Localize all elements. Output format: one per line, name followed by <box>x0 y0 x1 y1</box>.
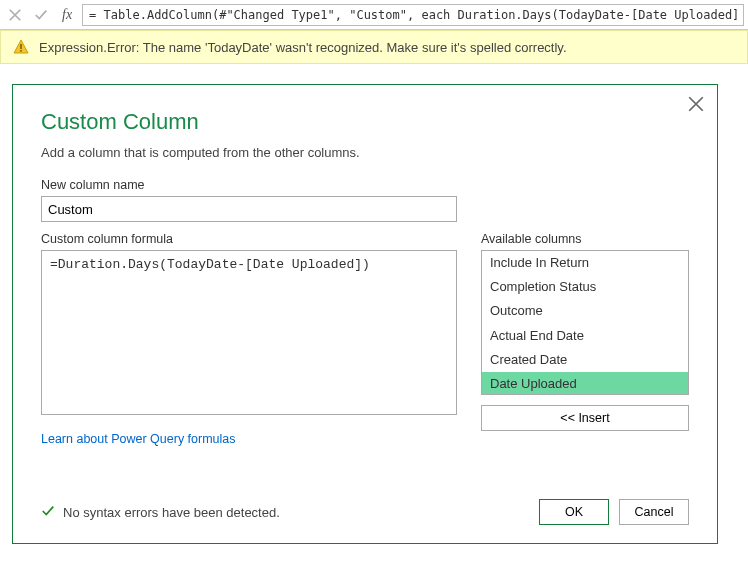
fx-label: fx <box>56 7 78 23</box>
list-item[interactable]: Outcome <box>482 299 688 323</box>
svg-rect-0 <box>20 44 22 49</box>
available-columns-list[interactable]: Include In ReturnCompletion StatusOutcom… <box>481 250 689 395</box>
learn-more-link[interactable]: Learn about Power Query formulas <box>41 432 236 446</box>
formula-input[interactable] <box>41 250 457 415</box>
list-item[interactable]: Date Uploaded <box>482 372 688 395</box>
syntax-status: No syntax errors have been detected. <box>41 504 280 521</box>
ok-button[interactable]: OK <box>539 499 609 525</box>
cancel-button[interactable]: Cancel <box>619 499 689 525</box>
status-text: No syntax errors have been detected. <box>63 505 280 520</box>
error-banner: Expression.Error: The name 'TodayDate' w… <box>0 30 748 64</box>
cancel-formula-icon[interactable] <box>4 4 26 26</box>
error-text: Expression.Error: The name 'TodayDate' w… <box>39 40 567 55</box>
new-column-name-label: New column name <box>41 178 689 192</box>
new-column-name-input[interactable] <box>41 196 457 222</box>
formula-bar: fx <box>0 0 748 30</box>
dialog-title: Custom Column <box>41 109 689 135</box>
formula-label: Custom column formula <box>41 232 457 246</box>
dialog-subtitle: Add a column that is computed from the o… <box>41 145 689 160</box>
list-item[interactable]: Created Date <box>482 348 688 372</box>
svg-rect-1 <box>20 50 22 52</box>
available-columns-label: Available columns <box>481 232 689 246</box>
check-icon <box>41 504 55 521</box>
accept-formula-icon[interactable] <box>30 4 52 26</box>
list-item[interactable]: Actual End Date <box>482 324 688 348</box>
insert-button[interactable]: << Insert <box>481 405 689 431</box>
custom-column-dialog: Custom Column Add a column that is compu… <box>12 84 718 544</box>
warning-icon <box>13 39 29 55</box>
formula-bar-input[interactable] <box>82 4 744 26</box>
close-icon[interactable] <box>687 95 705 113</box>
list-item[interactable]: Completion Status <box>482 275 688 299</box>
list-item[interactable]: Include In Return <box>482 251 688 275</box>
